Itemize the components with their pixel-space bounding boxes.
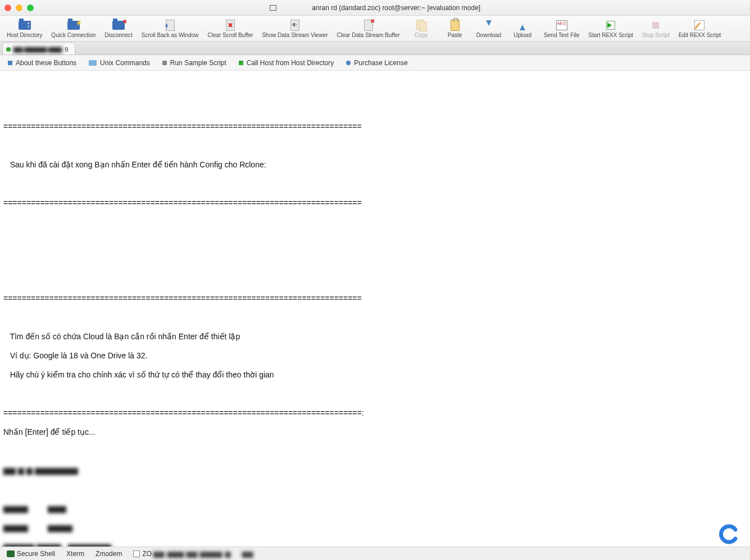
toolbar-label: Send Text File bbox=[544, 32, 579, 38]
download-icon bbox=[482, 20, 496, 31]
toolbar-label: Scroll Back as Window bbox=[142, 32, 199, 38]
toolbar-label: Host Directory bbox=[7, 32, 42, 38]
tab-label: 9 bbox=[65, 46, 68, 53]
start-rexx-script-button[interactable]: Start REXX Script bbox=[584, 19, 637, 39]
terminal-line bbox=[3, 179, 747, 189]
disconnect-button[interactable]: Disconnect bbox=[100, 19, 137, 39]
tab-status-indicator bbox=[6, 47, 11, 52]
disconnect-icon bbox=[112, 20, 125, 31]
bullet-icon bbox=[8, 61, 12, 65]
terminal-line bbox=[3, 256, 747, 265]
status-redacted: ▆▆ ▆▆▆ ▆▆ ▆▆▆▆ ▆ bbox=[153, 550, 230, 558]
toolbar-label: Paste bbox=[448, 32, 462, 38]
toolbar-label: Edit REXX Script bbox=[679, 32, 721, 38]
button-label: Call Host from Host Directory bbox=[247, 59, 334, 67]
status-zo[interactable]: ZO ▆▆ ▆▆▆ ▆▆ ▆▆▆▆ ▆ bbox=[133, 550, 230, 558]
upload-icon bbox=[516, 20, 529, 31]
status-zmodem[interactable]: Zmodem bbox=[96, 550, 122, 558]
status-secure-shell[interactable]: Secure Shell bbox=[7, 550, 55, 558]
window-controls bbox=[4, 4, 34, 11]
folder-icon bbox=[89, 60, 97, 66]
terminal-line: Nhấn [Enter] để tiếp tục... bbox=[3, 427, 747, 437]
edit-rexx-script-button[interactable]: Edit REXX Script bbox=[674, 19, 726, 39]
toolbar-label: Show Data Stream Viewer bbox=[262, 32, 328, 38]
terminal-line: Hãy chú ý kiểm tra cho chính xác vì số t… bbox=[3, 370, 747, 380]
terminal-line bbox=[3, 84, 747, 93]
clear-data-stream-buffer-button[interactable]: Clear Data Stream Buffer bbox=[333, 19, 404, 39]
toolbar: Host Directory Quick Connection Disconne… bbox=[0, 16, 750, 42]
terminal-line: Tìm đến số có chứa Cloud là Bạn cần rồi … bbox=[3, 332, 747, 342]
stop-icon bbox=[649, 20, 662, 31]
show-data-stream-viewer-button[interactable]: Show Data Stream Viewer bbox=[257, 19, 332, 39]
toolbar-label: Stop Script bbox=[642, 32, 670, 38]
toolbar-label: Copy bbox=[415, 32, 428, 38]
terminal-line: ========================================… bbox=[3, 294, 747, 303]
terminal-line-redacted: ▆▆▆▆ ▆▆▆ bbox=[3, 504, 747, 513]
terminal-line: Sau khi đã cài đặt xong Bạn nhấn Enter đ… bbox=[3, 160, 747, 170]
host-directory-button[interactable]: Host Directory bbox=[2, 19, 47, 39]
terminal-line bbox=[3, 447, 747, 456]
call-host-item[interactable]: Call Host from Host Directory bbox=[239, 59, 334, 67]
window-title-wrap: anran rd (dandard.zoc) root@server:~ [ev… bbox=[0, 4, 750, 12]
zoom-window-button[interactable] bbox=[27, 4, 34, 11]
corner-logo bbox=[719, 524, 739, 544]
terminal-line: ========================================… bbox=[3, 408, 747, 418]
button-label: Run Sample Script bbox=[170, 59, 226, 67]
play-icon bbox=[604, 20, 617, 31]
toolbar-label: Start REXX Script bbox=[588, 32, 633, 38]
terminal-line: Ví dụ: Google là 18 và One Drive là 32. bbox=[3, 351, 747, 361]
terminal-line-redacted: ▆▆▆▆ ▆▆▆▆ bbox=[3, 523, 747, 532]
session-tab[interactable]: ▆▆ ▆▆▆▆▆ ▆▆▆ 9 bbox=[2, 42, 75, 54]
quick-connection-button[interactable]: Quick Connection bbox=[47, 19, 100, 39]
download-button[interactable]: Download bbox=[472, 19, 506, 39]
tab-strip: ▆▆ ▆▆▆▆▆ ▆▆▆ 9 bbox=[0, 42, 750, 55]
terminal-line-redacted: ▆▆ ▆ ▆ ▆▆▆▆▆▆▆ bbox=[3, 466, 747, 475]
close-window-button[interactable] bbox=[4, 4, 11, 11]
button-label: Unix Commands bbox=[100, 59, 150, 67]
button-label: About these Buttons bbox=[16, 59, 76, 67]
button-label: Purchase License bbox=[354, 59, 407, 67]
status-redacted: ▆▆ bbox=[242, 550, 253, 558]
stop-script-button: Stop Script bbox=[638, 19, 674, 39]
about-buttons-item[interactable]: About these Buttons bbox=[8, 59, 76, 67]
terminal-line bbox=[3, 236, 747, 246]
status-bar: Secure Shell Xterm Zmodem ZO ▆▆ ▆▆▆ ▆▆ ▆… bbox=[0, 547, 750, 560]
title-bar: anran rd (dandard.zoc) root@server:~ [ev… bbox=[0, 0, 750, 16]
clear-scroll-icon bbox=[224, 20, 237, 31]
terminal-line bbox=[3, 389, 747, 399]
purchase-license-item[interactable]: Purchase License bbox=[346, 59, 407, 67]
toolbar-label: Quick Connection bbox=[51, 32, 96, 38]
toolbar-label: Disconnect bbox=[104, 32, 132, 38]
terminal-line bbox=[3, 217, 747, 227]
scroll-back-window-button[interactable]: Scroll Back as Window bbox=[137, 19, 203, 39]
status-label: Secure Shell bbox=[17, 550, 55, 558]
terminal-line bbox=[3, 275, 747, 284]
terminal-area[interactable]: ========================================… bbox=[0, 71, 750, 560]
toolbar-label: Upload bbox=[513, 32, 531, 38]
terminal-line: ========================================… bbox=[3, 122, 747, 131]
user-button-bar: About these Buttons Unix Commands Run Sa… bbox=[0, 55, 750, 71]
copy-button: Copy bbox=[404, 19, 438, 39]
scroll-back-icon bbox=[163, 20, 177, 31]
window-title: anran rd (dandard.zoc) root@server:~ [ev… bbox=[312, 4, 480, 12]
data-stream-viewer-icon bbox=[288, 20, 302, 31]
minimize-window-button[interactable] bbox=[16, 4, 22, 11]
edit-icon bbox=[693, 20, 706, 31]
status-xterm[interactable]: Xterm bbox=[66, 550, 84, 558]
send-text-file-icon bbox=[555, 20, 569, 31]
terminal-line bbox=[3, 141, 747, 151]
paste-button[interactable]: Paste bbox=[438, 19, 472, 39]
run-sample-script-item[interactable]: Run Sample Script bbox=[162, 59, 226, 67]
host-directory-icon bbox=[18, 20, 31, 31]
clear-scroll-buffer-button[interactable]: Clear Scroll Buffer bbox=[203, 19, 257, 39]
toolbar-label: Clear Data Stream Buffer bbox=[337, 32, 400, 38]
bullet-icon bbox=[346, 61, 351, 65]
upload-button[interactable]: Upload bbox=[506, 19, 539, 39]
checkbox-icon[interactable] bbox=[133, 550, 140, 557]
tab-label-blurred: ▆▆ ▆▆▆▆▆ ▆▆▆ bbox=[13, 45, 62, 53]
terminal-line bbox=[3, 103, 747, 112]
send-text-file-button[interactable]: Send Text File bbox=[539, 19, 584, 39]
paste-icon bbox=[448, 20, 462, 31]
unix-commands-item[interactable]: Unix Commands bbox=[89, 59, 150, 67]
clear-data-stream-icon bbox=[362, 20, 375, 31]
